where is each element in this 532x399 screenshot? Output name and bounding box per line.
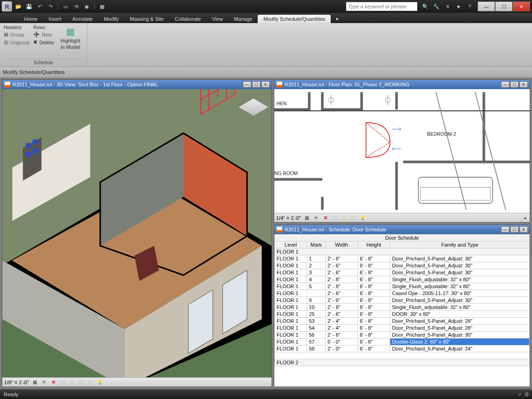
tab-collaborate[interactable]: Collaborate xyxy=(169,15,206,23)
schedule-cell[interactable]: Double-Glass 2: 60" x 80" xyxy=(390,339,530,345)
schedule-cell[interactable]: 2' - 6" xyxy=(326,311,358,318)
schedule-cell[interactable]: 2' - 6" xyxy=(326,290,358,297)
view-floorplan[interactable]: R2011_House.rvt - Floor Plan: 01_Phase 2… xyxy=(274,79,530,223)
schedule-cell[interactable]: 10 xyxy=(307,304,326,311)
close-button[interactable]: ✕ xyxy=(513,1,530,12)
schedule-cell[interactable]: 58 xyxy=(307,345,326,352)
schedule-cell[interactable]: 6' - 8" xyxy=(358,318,390,325)
favorite-icon[interactable]: ★ xyxy=(454,2,463,11)
schedule-cell[interactable]: 5 xyxy=(307,283,326,290)
help-icon[interactable]: ? xyxy=(466,2,474,11)
schedule-cell[interactable]: 4 xyxy=(307,276,326,283)
schedule-cell[interactable]: 6' - 8" xyxy=(358,283,390,290)
floorplan-canvas[interactable]: HEN BEDROOM-2 NG ROOM xyxy=(274,89,530,213)
schedule-cell[interactable]: FLOOR 1 xyxy=(275,269,307,276)
schedule-cell[interactable]: 6' - 8" xyxy=(358,262,390,269)
table-row[interactable]: FLOOR 1542' - 4"6' - 8"Door_Prichard_5-P… xyxy=(275,325,530,332)
schedule-header[interactable]: Height xyxy=(358,242,390,248)
save-icon[interactable]: 💾 xyxy=(24,2,34,11)
view-3d[interactable]: R2011_House.rvt - 3D View: Sect Box - 1s… xyxy=(2,79,272,387)
schedule-cell[interactable]: 6' - 8" xyxy=(358,311,390,318)
group-button[interactable]: ▦ Group xyxy=(4,31,30,38)
schedule-cell[interactable]: 2 xyxy=(307,262,326,269)
schedule-cell[interactable]: FLOOR 1 xyxy=(275,345,307,352)
schedule-cell[interactable]: 53 xyxy=(307,318,326,325)
search-input[interactable] xyxy=(346,2,417,11)
switch-windows-icon[interactable]: ▦ xyxy=(97,2,107,11)
key-icon[interactable]: 🔧 xyxy=(432,2,441,11)
pointer-icon[interactable]: ▭ xyxy=(61,2,70,11)
table-row[interactable]: FLOOR 122' - 6"6' - 8"Door_Prichard_5-Pa… xyxy=(275,262,530,269)
schedule-cell[interactable]: 56 xyxy=(307,332,326,339)
schedule-cell[interactable]: Cased Ope - 2005-11-17: 30" x 80" xyxy=(390,290,530,297)
delete-row-button[interactable]: ✖ Delete xyxy=(33,39,54,46)
view-schedule-titlebar[interactable]: R2011_House.rvt - Schedule: Door Schedul… xyxy=(274,225,530,234)
schedule-cell[interactable]: 2' - 6" xyxy=(326,332,358,339)
minimize-button[interactable]: — xyxy=(478,1,495,12)
filter-icon[interactable]: ⑂ xyxy=(516,391,524,398)
crop-region-icon[interactable]: ⬚ xyxy=(78,379,85,386)
schedule-cell[interactable]: 2' - 8" xyxy=(326,283,358,290)
viewcube[interactable] xyxy=(241,95,266,120)
schedule-header[interactable]: Mark xyxy=(307,242,326,248)
schedule-cell[interactable]: 2' - 6" xyxy=(326,269,358,276)
hide-icon[interactable]: ⬚ xyxy=(87,379,94,386)
rendering-icon[interactable]: ⬚ xyxy=(60,379,66,386)
maximize-button[interactable]: ☐ xyxy=(495,1,513,12)
schedule-cell[interactable]: FLOOR 1 xyxy=(275,339,307,345)
view-3d-titlebar[interactable]: R2011_House.rvt - 3D View: Sect Box - 1s… xyxy=(2,80,272,89)
schedule-cell[interactable]: FLOOR 1 xyxy=(275,311,307,318)
schedule-header[interactable]: Level xyxy=(275,242,307,248)
schedule-cell[interactable]: 1 xyxy=(307,255,326,262)
schedule-cell[interactable]: 6' - 8" xyxy=(358,276,390,283)
shadows-icon[interactable]: ✖ xyxy=(50,379,57,386)
schedule-cell[interactable]: Door_Prichard_5-Panel_Adjust: 28" xyxy=(390,318,530,325)
tab-massing-site[interactable]: Massing & Site xyxy=(124,15,169,23)
schedule-cell[interactable]: 6' - 8" xyxy=(358,304,390,311)
scroll-left-icon[interactable]: ◂ xyxy=(521,215,528,221)
schedule-cell[interactable]: DOOR: 30" x 80" xyxy=(390,311,530,318)
rotate3d-icon[interactable]: ⟲ xyxy=(72,2,81,11)
shadows-icon[interactable]: ✖ xyxy=(322,215,329,221)
view-close-button[interactable]: ✕ xyxy=(261,81,270,88)
table-row[interactable]: FLOOR 1562' - 6"6' - 8"Door_Prichard_5-P… xyxy=(275,332,530,339)
schedule-cell[interactable]: Single_Flush_adjustable: 32" x 80" xyxy=(390,304,530,311)
schedule-cell[interactable]: 2' - 6" xyxy=(326,255,358,262)
schedule-cell[interactable]: 54 xyxy=(307,325,326,332)
schedule-header[interactable]: Width xyxy=(326,242,358,248)
view-floorplan-titlebar[interactable]: R2011_House.rvt - Floor Plan: 01_Phase 2… xyxy=(274,80,530,89)
schedule-cell[interactable]: FLOOR 1 xyxy=(275,290,307,297)
schedule-cell[interactable]: 6' - 8" xyxy=(358,269,390,276)
schedule-cell[interactable]: FLOOR 1 xyxy=(275,276,307,283)
crop-region-icon[interactable]: ⬚ xyxy=(341,215,347,221)
redo-icon[interactable]: ↷ xyxy=(46,2,55,11)
app-icon[interactable]: R xyxy=(2,1,12,12)
schedule-cell[interactable]: 6' - 8" xyxy=(358,297,390,304)
view-close-button[interactable]: ✕ xyxy=(520,81,528,88)
view-schedule[interactable]: R2011_House.rvt - Schedule: Door Schedul… xyxy=(274,224,530,387)
schedule-cell[interactable]: 6' - 8" xyxy=(358,255,390,262)
view-close-button[interactable]: ✕ xyxy=(520,226,528,233)
schedule-cell[interactable]: 2' - 4" xyxy=(326,318,358,325)
new-row-button[interactable]: ➕ New xyxy=(33,31,54,38)
schedule-grid[interactable]: Door Schedule LevelMarkWidthHeightFamily… xyxy=(274,234,530,387)
sun-path-icon[interactable]: ☀ xyxy=(313,215,320,221)
schedule-cell[interactable]: Single_Flush_adjustable: 32" x 80" xyxy=(390,283,530,290)
schedule-cell[interactable]: 6' - 8" xyxy=(358,345,390,352)
sun-path-icon[interactable]: ☀ xyxy=(41,379,48,386)
highlight-in-model-button[interactable]: ▦ Highlight in Model xyxy=(58,25,83,51)
schedule-cell[interactable]: 2' - 8" xyxy=(326,276,358,283)
table-row[interactable]: FLOOR 192' - 6"6' - 8"Door_Prichard_5-Pa… xyxy=(275,297,530,304)
sync-icon[interactable]: ◉ xyxy=(82,2,91,11)
schedule-cell[interactable]: 6' - 8" xyxy=(358,339,390,345)
schedule-cell[interactable]: 2' - 8" xyxy=(326,304,358,311)
view-minimize-button[interactable]: — xyxy=(501,81,509,88)
schedule-cell[interactable]: 57 xyxy=(307,339,326,345)
schedule-cell[interactable]: FLOOR 1 xyxy=(275,318,307,325)
hide-icon[interactable]: ⬚ xyxy=(350,215,357,221)
table-row[interactable]: FLOOR 1575' - 0"6' - 8"Double-Glass 2: 6… xyxy=(275,339,530,345)
tab-modify-schedule-quantities[interactable]: Modify Schedule/Quantities xyxy=(258,15,331,23)
floorplan-scale[interactable]: 1/4" = 1'-0" xyxy=(276,215,301,221)
schedule-cell[interactable]: 6' - 8" xyxy=(358,332,390,339)
reveal-icon[interactable]: 💡 xyxy=(97,379,103,386)
